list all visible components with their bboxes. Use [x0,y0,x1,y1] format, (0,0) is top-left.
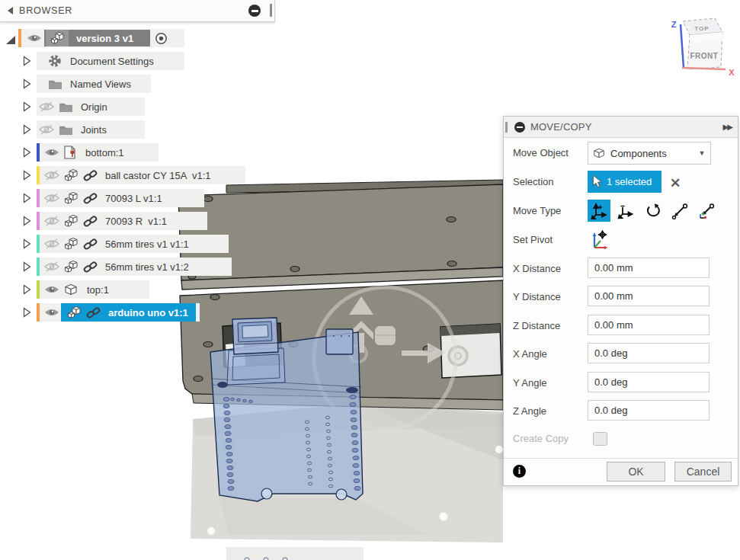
y-distance-input[interactable] [588,286,710,306]
ok-button[interactable]: OK [607,462,665,482]
tree-item-label: Document Settings [70,56,154,67]
component-color-bar [37,258,40,276]
x-angle-input[interactable] [588,343,710,363]
clear-selection-icon[interactable]: ✕ [670,175,681,191]
chevron-down-icon: ▼ [694,142,710,164]
x-distance-input[interactable] [588,258,710,278]
body-box-icon [63,283,78,296]
move-object-value: Components [610,148,667,159]
link-icon [86,306,101,319]
expand-triangle-icon[interactable] [23,56,31,66]
eye-visible-icon[interactable] [44,307,59,318]
eye-visible-icon[interactable] [44,147,59,158]
link-icon [83,192,98,205]
eye-hidden-icon[interactable] [39,101,54,112]
root-component-chip[interactable]: version 3 v1 [44,30,150,46]
component-color-bar [37,212,40,230]
dialog-title: MOVE/COPY [530,121,592,133]
component-icon [50,31,65,45]
move-type-point-to-position-button[interactable] [695,200,718,222]
dialog-dock-icon[interactable]: ▶▶ [723,123,732,131]
activate-component-radio[interactable] [154,31,168,46]
z-distance-label: Z Distance [513,320,560,331]
component-color-bar [37,166,40,184]
tree-item-label: Origin [81,101,107,113]
z-distance-input[interactable] [588,315,710,335]
component-icon [63,168,78,182]
eye-hidden-icon[interactable] [44,238,59,249]
tree-item-label: 70093 R v1:1 [105,216,167,227]
component-color-bar [37,189,40,207]
tree-item-label: 56mm tires v1 v1:1 [105,238,189,250]
link-icon [83,261,98,274]
move-type-rotate-button[interactable] [642,200,665,222]
component-color-bar [18,29,21,47]
dialog-drag-grip[interactable] [505,122,508,133]
tree-item-label: Named Views [70,78,131,90]
z-axis-label: Z [671,20,677,29]
component-icon [63,191,78,205]
folder-icon [59,101,73,113]
browser-panel-header[interactable]: BROWSER [0,0,275,22]
expand-triangle-icon[interactable] [23,261,31,272]
y-angle-input[interactable] [588,372,710,392]
x-angle-label: X Angle [513,348,547,360]
tree-item-label: 56mm tires v1 v1:2 [105,261,189,273]
viewcube-top-label: TOP [694,25,709,32]
dialog-header[interactable]: MOVE/COPY ▶▶ [504,117,738,138]
root-expander-icon[interactable] [5,34,16,45]
link-icon [83,215,98,228]
expand-triangle-icon[interactable] [23,238,31,249]
z-angle-input[interactable] [588,400,710,421]
expand-triangle-icon[interactable] [23,307,31,318]
expand-triangle-icon[interactable] [23,124,31,135]
cursor-icon [592,175,603,188]
power-jack [326,329,353,354]
eye-hidden-icon[interactable] [44,261,59,272]
eye-hidden-icon[interactable] [44,193,59,203]
expand-triangle-icon[interactable] [23,147,31,158]
panel-drag-grip[interactable] [270,4,272,17]
panel-collapse-icon[interactable] [8,7,13,14]
selection-chip[interactable]: 1 selected [588,171,662,193]
component-color-bar [37,143,40,162]
selected-tree-item[interactable]: arduino uno v1:1 [61,303,196,322]
cancel-button[interactable]: Cancel [674,462,732,482]
move-type-free-move-button[interactable] [588,200,610,222]
component-color-bar [37,235,40,253]
view-cube[interactable]: TOP FRONT Z X [671,18,735,77]
set-pivot-button[interactable] [588,229,610,251]
fusion360-window: TOP FRONT Z X [0,0,740,560]
eye-hidden-icon[interactable] [44,170,59,181]
eye-visible-icon[interactable] [27,33,42,43]
info-icon[interactable]: i [513,465,526,478]
expand-triangle-icon[interactable] [23,216,31,226]
move-object-dropdown[interactable]: Components ▼ [588,142,711,165]
browser-title: BROWSER [19,5,72,16]
expand-triangle-icon[interactable] [23,101,31,112]
create-copy-checkbox[interactable] [593,432,607,446]
eye-hidden-icon[interactable] [44,216,59,226]
panel-minimize-icon[interactable] [248,5,261,17]
move-object-label: Move Object [513,147,569,158]
selection-count: 1 selected [607,176,652,187]
y-angle-label: Y Angle [513,377,547,389]
folder-icon [48,78,62,90]
link-icon [83,169,98,182]
expand-triangle-icon[interactable] [23,193,31,203]
expand-triangle-icon[interactable] [23,170,31,181]
tree-item-label: bottom:1 [85,147,124,158]
z-axis-line [681,24,684,68]
expand-triangle-icon[interactable] [23,284,31,295]
cube-icon [592,147,606,159]
component-color-bar [37,280,40,299]
move-type-point-to-point-button[interactable] [668,200,691,222]
move-type-translate-button[interactable] [614,200,637,222]
eye-hidden-icon[interactable] [39,124,54,135]
eye-visible-icon[interactable] [44,284,59,295]
tree-item-label: arduino uno v1:1 [108,307,188,318]
dialog-minimize-icon[interactable] [514,122,525,133]
component-color-bar [37,303,40,322]
tree-item-label: top:1 [87,284,109,296]
expand-triangle-icon[interactable] [23,78,31,89]
